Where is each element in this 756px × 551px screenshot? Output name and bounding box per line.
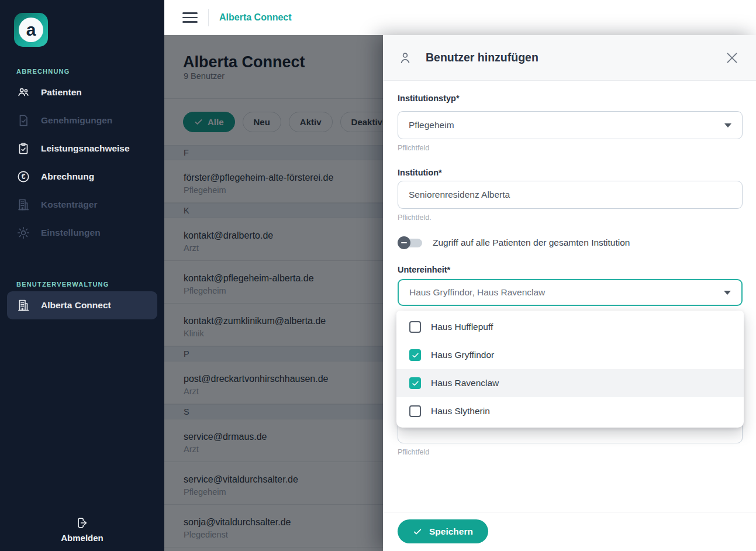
logout-icon xyxy=(75,516,88,529)
institution-label: Institution* xyxy=(398,168,442,177)
sidebar-item-kostentr-ger: Kostenträger xyxy=(7,191,157,219)
drawer-header: Benutzer hinzufügen xyxy=(383,35,756,81)
sidebar-item-alberta-connect[interactable]: Alberta Connect xyxy=(7,291,157,319)
drawer-title: Benutzer hinzufügen xyxy=(426,51,538,64)
checkbox-checked-icon[interactable] xyxy=(409,349,421,361)
checkbox-unchecked-icon[interactable] xyxy=(409,321,421,333)
sidebar-item-label: Genehmigungen xyxy=(41,115,112,126)
dropdown-option-haus-slytherin[interactable]: Haus Slytherin xyxy=(396,397,744,425)
chevron-down-icon xyxy=(724,291,731,295)
euro-circle-icon: € xyxy=(16,170,30,184)
topbar-divider xyxy=(208,9,209,26)
access-toggle[interactable] xyxy=(398,236,426,250)
institutionstyp-value: Pflegeheim xyxy=(409,120,454,130)
sidebar-item-label: Patienten xyxy=(41,87,82,98)
logout-label: Abmelden xyxy=(61,533,103,543)
access-toggle-row: Zugriff auf alle Patienten der gesamten … xyxy=(398,236,630,250)
sidebar-item-einstellungen: Einstellungen xyxy=(7,219,157,247)
institution-helper: Pflichtfeld. xyxy=(398,213,431,222)
sidebar-item-patienten[interactable]: Patienten xyxy=(7,78,157,106)
dropdown-option-label: Haus Ravenclaw xyxy=(431,378,499,388)
sidebar-item-abrechnung[interactable]: €Abrechnung xyxy=(7,163,157,191)
dropdown-option-haus-hufflepuff[interactable]: Haus Hufflepuff xyxy=(396,313,744,341)
dropdown-option-haus-ravenclaw[interactable]: Haus Ravenclaw xyxy=(396,369,744,397)
institutionstyp-select[interactable]: Pflegeheim xyxy=(398,111,743,139)
sidebar: a ABRECHNUNGPatientenGenehmigungenLeistu… xyxy=(0,0,164,551)
sidebar-section-label: ABRECHNUNG xyxy=(16,68,148,75)
building-icon xyxy=(16,298,30,312)
gear-icon xyxy=(16,226,30,240)
access-toggle-label: Zugriff auf alle Patienten der gesamten … xyxy=(433,237,630,248)
sidebar-item-label: Kostenträger xyxy=(41,199,97,210)
person-icon xyxy=(398,51,412,65)
dropdown-option-haus-gryffindor[interactable]: Haus Gryffindor xyxy=(396,341,744,369)
untereinheit-value: Haus Gryffindor, Haus Ravenclaw xyxy=(409,287,545,298)
toggle-minus-icon xyxy=(398,236,410,249)
institutionstyp-label: Institutionstyp* xyxy=(398,94,460,103)
svg-text:€: € xyxy=(22,173,26,181)
untereinheit-dropdown: Haus HufflepuffHaus GryffindorHaus Raven… xyxy=(396,311,744,428)
patients-icon xyxy=(16,85,30,99)
institution-value: Seniorenresidenz Alberta xyxy=(409,190,510,200)
dropdown-option-label: Haus Gryffindor xyxy=(431,350,494,360)
sidebar-item-label: Leistungsnachweise xyxy=(41,143,130,154)
untereinheit-select[interactable]: Haus Gryffindor, Haus Ravenclaw xyxy=(398,279,743,306)
chevron-down-icon xyxy=(724,123,731,128)
dropdown-option-label: Haus Slytherin xyxy=(431,406,490,416)
checkbox-unchecked-icon[interactable] xyxy=(409,405,421,417)
sidebar-item-label: Einstellungen xyxy=(41,228,101,238)
sidebar-item-label: Alberta Connect xyxy=(41,300,111,311)
checkbox-checked-icon[interactable] xyxy=(409,377,421,389)
hamburger-menu-icon[interactable] xyxy=(182,12,198,23)
logout-button[interactable]: Abmelden xyxy=(61,516,103,543)
building-icon xyxy=(16,198,30,212)
save-button-label: Speichern xyxy=(429,526,473,537)
sidebar-item-genehmigungen: Genehmigungen xyxy=(7,106,157,135)
topbar-brand[interactable]: Alberta Connect xyxy=(219,12,292,23)
top-bar: Alberta Connect xyxy=(164,0,756,35)
untereinheit-helper: Pflichtfeld xyxy=(398,448,429,456)
clipboard-check-icon xyxy=(16,142,30,156)
institutionstyp-helper: Pflichtfeld xyxy=(398,144,429,152)
institution-input[interactable]: Seniorenresidenz Alberta xyxy=(398,181,743,209)
add-user-drawer: Benutzer hinzufügen Institutionstyp* Pfl… xyxy=(383,35,756,551)
footer-divider xyxy=(383,512,756,512)
save-button[interactable]: Speichern xyxy=(398,519,488,543)
sidebar-section-label: BENUTZERVERWALTUNG xyxy=(16,281,148,288)
sidebar-item-label: Abrechnung xyxy=(41,171,94,182)
document-check-icon xyxy=(16,113,30,128)
untereinheit-label: Untereinheit* xyxy=(398,265,450,274)
dropdown-option-label: Haus Hufflepuff xyxy=(431,322,493,332)
app-logo[interactable]: a xyxy=(14,13,48,47)
close-icon[interactable] xyxy=(724,50,740,66)
check-icon xyxy=(413,527,422,536)
app-logo-letter: a xyxy=(19,18,43,42)
sidebar-item-leistungsnachweise[interactable]: Leistungsnachweise xyxy=(7,135,157,163)
